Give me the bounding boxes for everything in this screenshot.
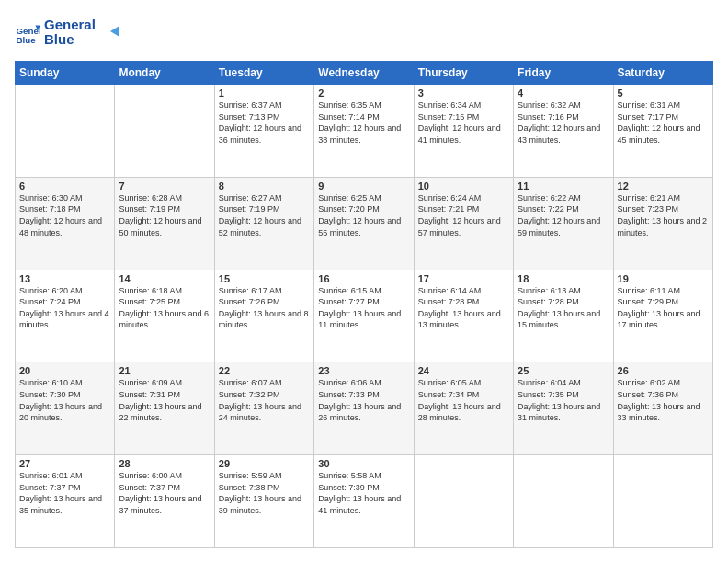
empty-day — [16, 85, 115, 178]
day-number: 27 — [19, 458, 110, 469]
calendar-day-18: 18Sunrise: 6:13 AMSunset: 7:28 PMDayligh… — [514, 270, 613, 362]
weekday-header-wednesday: Wednesday — [314, 62, 414, 85]
calendar-week-row: 27Sunrise: 6:01 AMSunset: 7:37 PMDayligh… — [16, 455, 713, 548]
day-number: 10 — [418, 180, 509, 191]
day-info: Sunrise: 6:20 AMSunset: 7:24 PMDaylight:… — [19, 285, 110, 331]
calendar-day-22: 22Sunrise: 6:07 AMSunset: 7:32 PMDayligh… — [214, 362, 313, 455]
day-info: Sunrise: 6:09 AMSunset: 7:31 PMDaylight:… — [119, 377, 210, 423]
svg-text:General: General — [44, 17, 96, 32]
weekday-header-friday: Friday — [514, 62, 613, 85]
day-info: Sunrise: 6:02 AMSunset: 7:36 PMDaylight:… — [618, 377, 709, 423]
day-info: Sunrise: 6:17 AMSunset: 7:26 PMDaylight:… — [219, 285, 310, 331]
day-info: Sunrise: 6:10 AMSunset: 7:30 PMDaylight:… — [19, 377, 110, 423]
weekday-header-sunday: Sunday — [16, 62, 115, 85]
calendar-day-16: 16Sunrise: 6:15 AMSunset: 7:27 PMDayligh… — [314, 270, 414, 362]
calendar-week-row: 6Sunrise: 6:30 AMSunset: 7:18 PMDaylight… — [16, 177, 713, 270]
day-info: Sunrise: 5:59 AMSunset: 7:38 PMDaylight:… — [219, 470, 310, 516]
day-info: Sunrise: 6:06 AMSunset: 7:33 PMDaylight:… — [318, 377, 409, 423]
calendar-day-14: 14Sunrise: 6:18 AMSunset: 7:25 PMDayligh… — [115, 270, 214, 362]
day-info: Sunrise: 6:00 AMSunset: 7:37 PMDaylight:… — [119, 470, 210, 516]
calendar-day-6: 6Sunrise: 6:30 AMSunset: 7:18 PMDaylight… — [16, 177, 115, 270]
day-number: 18 — [518, 273, 609, 284]
day-number: 23 — [318, 365, 409, 376]
day-number: 9 — [318, 180, 409, 191]
calendar-day-8: 8Sunrise: 6:27 AMSunset: 7:19 PMDaylight… — [214, 177, 313, 270]
page: General Blue General Blue SundayMondayTu… — [0, 0, 728, 563]
day-number: 16 — [318, 273, 409, 284]
day-number: 24 — [418, 365, 509, 376]
day-info: Sunrise: 5:58 AMSunset: 7:39 PMDaylight:… — [318, 470, 409, 516]
logo-text: General Blue — [44, 15, 127, 52]
day-number: 6 — [19, 180, 110, 191]
day-number: 22 — [219, 365, 310, 376]
day-number: 21 — [119, 365, 210, 376]
calendar-week-row: 13Sunrise: 6:20 AMSunset: 7:24 PMDayligh… — [16, 270, 713, 362]
day-info: Sunrise: 6:27 AMSunset: 7:19 PMDaylight:… — [219, 192, 310, 238]
day-number: 4 — [518, 87, 609, 98]
calendar-table: SundayMondayTuesdayWednesdayThursdayFrid… — [15, 61, 713, 548]
day-info: Sunrise: 6:13 AMSunset: 7:28 PMDaylight:… — [518, 285, 609, 331]
day-number: 1 — [219, 87, 310, 98]
calendar-day-5: 5Sunrise: 6:31 AMSunset: 7:17 PMDaylight… — [613, 85, 712, 178]
logo: General Blue General Blue — [15, 15, 127, 52]
calendar-day-10: 10Sunrise: 6:24 AMSunset: 7:21 PMDayligh… — [414, 177, 513, 270]
svg-marker-5 — [110, 26, 119, 37]
day-info: Sunrise: 6:25 AMSunset: 7:20 PMDaylight:… — [318, 192, 409, 238]
day-info: Sunrise: 6:21 AMSunset: 7:23 PMDaylight:… — [618, 192, 709, 238]
day-number: 11 — [518, 180, 609, 191]
calendar-day-21: 21Sunrise: 6:09 AMSunset: 7:31 PMDayligh… — [115, 362, 214, 455]
svg-text:Blue: Blue — [16, 35, 36, 45]
day-info: Sunrise: 6:34 AMSunset: 7:15 PMDaylight:… — [418, 99, 509, 145]
day-info: Sunrise: 6:18 AMSunset: 7:25 PMDaylight:… — [119, 285, 210, 331]
weekday-header-tuesday: Tuesday — [214, 62, 313, 85]
empty-day — [613, 455, 712, 548]
day-number: 7 — [119, 180, 210, 191]
day-info: Sunrise: 6:15 AMSunset: 7:27 PMDaylight:… — [318, 285, 409, 331]
calendar-day-15: 15Sunrise: 6:17 AMSunset: 7:26 PMDayligh… — [214, 270, 313, 362]
day-number: 29 — [219, 458, 310, 469]
day-number: 8 — [219, 180, 310, 191]
day-number: 3 — [418, 87, 509, 98]
day-number: 14 — [119, 273, 210, 284]
day-number: 26 — [618, 365, 709, 376]
svg-text:Blue: Blue — [44, 31, 74, 47]
empty-day — [115, 85, 214, 178]
day-info: Sunrise: 6:07 AMSunset: 7:32 PMDaylight:… — [219, 377, 310, 423]
calendar-day-12: 12Sunrise: 6:21 AMSunset: 7:23 PMDayligh… — [613, 177, 712, 270]
empty-day — [414, 455, 513, 548]
calendar-week-row: 20Sunrise: 6:10 AMSunset: 7:30 PMDayligh… — [16, 362, 713, 455]
empty-day — [514, 455, 613, 548]
weekday-header-row: SundayMondayTuesdayWednesdayThursdayFrid… — [16, 62, 713, 85]
day-number: 15 — [219, 273, 310, 284]
day-number: 28 — [119, 458, 210, 469]
day-info: Sunrise: 6:22 AMSunset: 7:22 PMDaylight:… — [518, 192, 609, 238]
calendar-day-28: 28Sunrise: 6:00 AMSunset: 7:37 PMDayligh… — [115, 455, 214, 548]
calendar-day-30: 30Sunrise: 5:58 AMSunset: 7:39 PMDayligh… — [314, 455, 414, 548]
calendar-day-29: 29Sunrise: 5:59 AMSunset: 7:38 PMDayligh… — [214, 455, 313, 548]
day-number: 17 — [418, 273, 509, 284]
day-info: Sunrise: 6:11 AMSunset: 7:29 PMDaylight:… — [618, 285, 709, 331]
calendar-day-7: 7Sunrise: 6:28 AMSunset: 7:19 PMDaylight… — [115, 177, 214, 270]
calendar-week-row: 1Sunrise: 6:37 AMSunset: 7:13 PMDaylight… — [16, 85, 713, 178]
calendar-day-26: 26Sunrise: 6:02 AMSunset: 7:36 PMDayligh… — [613, 362, 712, 455]
calendar-day-13: 13Sunrise: 6:20 AMSunset: 7:24 PMDayligh… — [16, 270, 115, 362]
day-info: Sunrise: 6:14 AMSunset: 7:28 PMDaylight:… — [418, 285, 509, 331]
day-number: 12 — [618, 180, 709, 191]
header: General Blue General Blue — [15, 15, 713, 52]
calendar-day-19: 19Sunrise: 6:11 AMSunset: 7:29 PMDayligh… — [613, 270, 712, 362]
calendar-day-1: 1Sunrise: 6:37 AMSunset: 7:13 PMDaylight… — [214, 85, 313, 178]
weekday-header-monday: Monday — [115, 62, 214, 85]
day-info: Sunrise: 6:04 AMSunset: 7:35 PMDaylight:… — [518, 377, 609, 423]
day-number: 13 — [19, 273, 110, 284]
calendar-day-23: 23Sunrise: 6:06 AMSunset: 7:33 PMDayligh… — [314, 362, 414, 455]
logo-icon: General Blue — [15, 20, 40, 46]
day-number: 30 — [318, 458, 409, 469]
day-number: 5 — [618, 87, 709, 98]
calendar-day-25: 25Sunrise: 6:04 AMSunset: 7:35 PMDayligh… — [514, 362, 613, 455]
day-info: Sunrise: 6:37 AMSunset: 7:13 PMDaylight:… — [219, 99, 310, 145]
calendar-day-11: 11Sunrise: 6:22 AMSunset: 7:22 PMDayligh… — [514, 177, 613, 270]
day-number: 20 — [19, 365, 110, 376]
day-number: 2 — [318, 87, 409, 98]
day-number: 19 — [618, 273, 709, 284]
day-info: Sunrise: 6:24 AMSunset: 7:21 PMDaylight:… — [418, 192, 509, 238]
